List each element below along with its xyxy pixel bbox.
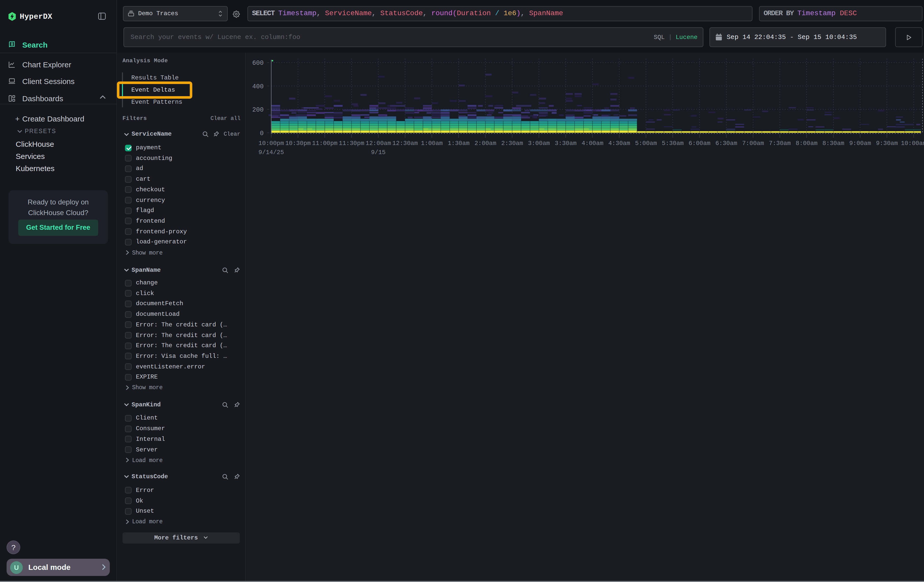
svg-text:6:00am: 6:00am [689,140,710,147]
svg-text:1:30am: 1:30am [447,140,469,147]
svg-text:5:30am: 5:30am [662,140,684,147]
svg-text:11:30pm: 11:30pm [339,140,364,147]
svg-text:12:00am: 12:00am [366,140,391,147]
svg-text:9:30am: 9:30am [876,140,898,147]
svg-text:5:00am: 5:00am [635,140,657,147]
svg-text:0: 0 [260,130,264,137]
svg-text:2:00am: 2:00am [474,140,496,147]
svg-text:9/14/25: 9/14/25 [259,149,284,156]
svg-text:6:30am: 6:30am [715,140,737,147]
svg-text:10:00pm: 10:00pm [259,140,284,147]
svg-text:1:00am: 1:00am [421,140,443,147]
svg-text:9/15: 9/15 [371,149,386,156]
svg-text:400: 400 [252,83,264,90]
svg-text:200: 200 [252,106,264,114]
svg-text:600: 600 [252,59,264,67]
svg-text:7:30am: 7:30am [769,140,791,147]
svg-text:10:00am: 10:00am [901,140,924,147]
svg-text:11:00pm: 11:00pm [312,140,338,147]
svg-text:3:30am: 3:30am [555,140,577,147]
svg-text:4:30am: 4:30am [608,140,630,147]
svg-text:12:30am: 12:30am [393,140,418,147]
svg-text:9:00am: 9:00am [849,140,871,147]
svg-text:7:00am: 7:00am [742,140,764,147]
svg-text:8:00am: 8:00am [796,140,817,147]
svg-text:4:00am: 4:00am [581,140,603,147]
svg-text:10:30pm: 10:30pm [285,140,311,147]
svg-text:3:00am: 3:00am [528,140,550,147]
svg-text:2:30am: 2:30am [501,140,523,147]
svg-text:8:30am: 8:30am [823,140,844,147]
